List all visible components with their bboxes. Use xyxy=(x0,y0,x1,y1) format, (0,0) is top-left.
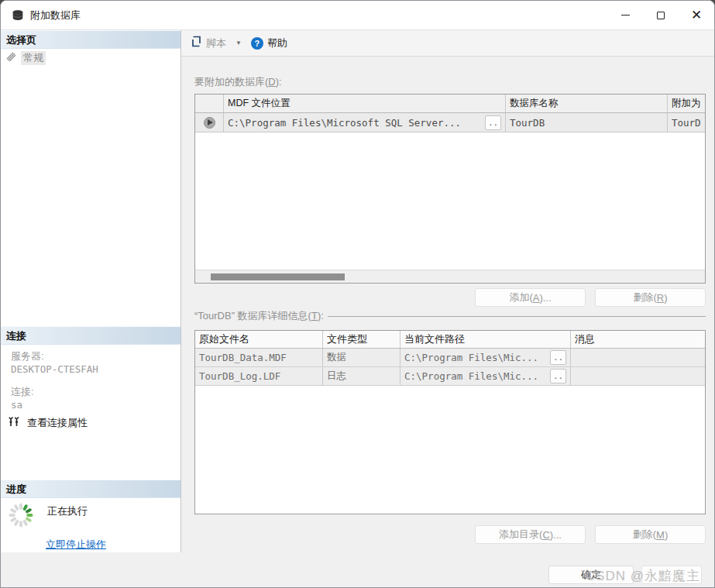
main-panel: 要附加的数据库(D): MDF 文件位置 数据库名称 附加为 xyxy=(181,57,714,588)
browse-path-button[interactable]: .. xyxy=(550,350,566,365)
connection-label: 连接: xyxy=(11,385,34,399)
connection-header: 连接 xyxy=(1,326,180,345)
server-value: DESKTOP-CTESFAH xyxy=(11,363,98,375)
remove-details-button[interactable]: 删除(M) xyxy=(595,525,706,544)
row-current-icon xyxy=(204,117,215,129)
header-mdf-location: MDF 文件位置 xyxy=(224,95,506,112)
add-catalog-button[interactable]: 添加目录(C)... xyxy=(475,525,586,544)
help-icon: ? xyxy=(251,37,263,50)
file-type-cell: 日志 xyxy=(323,367,400,385)
attach-as-cell[interactable]: TourD xyxy=(668,113,705,132)
script-button[interactable]: 脚本 xyxy=(189,33,228,53)
sidebar-item-general[interactable]: 常规 xyxy=(6,51,46,65)
header-attach-as: 附加为 xyxy=(668,95,705,112)
original-filename-cell: TourDB_Log.LDF xyxy=(195,367,323,385)
header-database-name: 数据库名称 xyxy=(506,95,668,112)
caption-rule xyxy=(328,316,706,317)
database-icon xyxy=(12,9,24,22)
cancel-button[interactable] xyxy=(641,566,702,584)
browse-mdf-button[interactable]: .. xyxy=(485,115,501,130)
details-grid-header: 原始文件名 文件类型 当前文件路径 消息 xyxy=(195,331,705,349)
close-button[interactable]: ✕ xyxy=(679,1,714,29)
progress-spinner-icon xyxy=(7,501,35,532)
remove-button[interactable]: 删除(R) xyxy=(595,288,706,307)
database-row[interactable]: C:\Program Files\Microsoft SQL Server...… xyxy=(195,113,705,132)
sidebar: 选择页 常规 连接 服务器: DESKTOP-CTESFAH 连接: sa xyxy=(1,30,181,552)
row-indicator-cell xyxy=(195,113,224,132)
stop-action-link[interactable]: 立即停止操作 xyxy=(46,538,106,552)
view-connection-properties[interactable]: 查看连接属性 xyxy=(9,416,88,430)
message-cell xyxy=(571,349,705,366)
add-button[interactable]: 添加(A)... xyxy=(475,288,586,307)
title-bar: 附加数据库 ✕ xyxy=(1,1,714,30)
window-title: 附加数据库 xyxy=(30,9,81,22)
view-connection-properties-label: 查看连接属性 xyxy=(27,416,88,430)
databases-grid: MDF 文件位置 数据库名称 附加为 C:\Program Files\Micr… xyxy=(194,94,706,284)
message-cell xyxy=(571,367,705,385)
ok-button[interactable]: 确定 xyxy=(548,566,634,584)
current-path-cell[interactable]: C:\Program Files\Mic... .. xyxy=(400,367,571,385)
script-dropdown-caret-icon[interactable]: ▼ xyxy=(232,40,245,46)
details-row[interactable]: TourDB_Log.LDF 日志 C:\Program Files\Mic..… xyxy=(195,367,705,386)
progress-header: 进度 xyxy=(1,480,180,498)
maximize-button[interactable] xyxy=(643,1,679,29)
header-message: 消息 xyxy=(571,331,705,348)
header-original-filename: 原始文件名 xyxy=(195,331,323,348)
help-button-label: 帮助 xyxy=(267,36,287,50)
progress-status: 正在执行 xyxy=(47,504,88,518)
current-path-cell[interactable]: C:\Program Files\Mic... .. xyxy=(400,349,571,366)
attach-databases-label: 要附加的数据库(D): xyxy=(194,75,282,89)
attach-database-dialog: 附加数据库 ✕ 选择页 常规 连接 服务器: DESKTOP-CTESFAH 连… xyxy=(0,0,715,588)
details-row[interactable]: TourDB_Data.MDF 数据 C:\Program Files\Mic.… xyxy=(195,349,705,367)
script-button-label: 脚本 xyxy=(206,36,226,50)
horizontal-scrollbar[interactable] xyxy=(195,270,705,283)
server-label: 服务器: xyxy=(11,349,44,363)
select-page-header: 选择页 xyxy=(1,30,180,49)
mdf-location-cell[interactable]: C:\Program Files\Microsoft SQL Server...… xyxy=(224,113,506,132)
original-filename-cell: TourDB_Data.MDF xyxy=(195,349,323,366)
details-grid: 原始文件名 文件类型 当前文件路径 消息 TourDB_Data.MDF 数据 … xyxy=(194,330,706,514)
file-type-cell: 数据 xyxy=(323,349,400,366)
general-page-icon xyxy=(6,52,17,64)
script-icon xyxy=(191,36,202,50)
details-caption: “TourDB” 数据库详细信息(T): xyxy=(194,309,706,323)
help-button[interactable]: ? 帮助 xyxy=(249,34,289,53)
header-indicator xyxy=(195,95,224,112)
databases-grid-header: MDF 文件位置 数据库名称 附加为 xyxy=(195,95,705,113)
header-file-type: 文件类型 xyxy=(323,331,400,348)
minimize-button[interactable] xyxy=(607,1,643,29)
toolbar: 脚本 ▼ ? 帮助 xyxy=(181,30,714,57)
scrollbar-thumb[interactable] xyxy=(211,273,345,280)
connection-properties-icon xyxy=(9,416,22,430)
browse-path-button[interactable]: .. xyxy=(550,369,566,383)
header-current-path: 当前文件路径 xyxy=(400,331,571,348)
database-name-cell[interactable]: TourDB xyxy=(506,113,668,132)
connection-value: sa xyxy=(11,399,22,411)
sidebar-item-label: 常规 xyxy=(21,51,46,65)
